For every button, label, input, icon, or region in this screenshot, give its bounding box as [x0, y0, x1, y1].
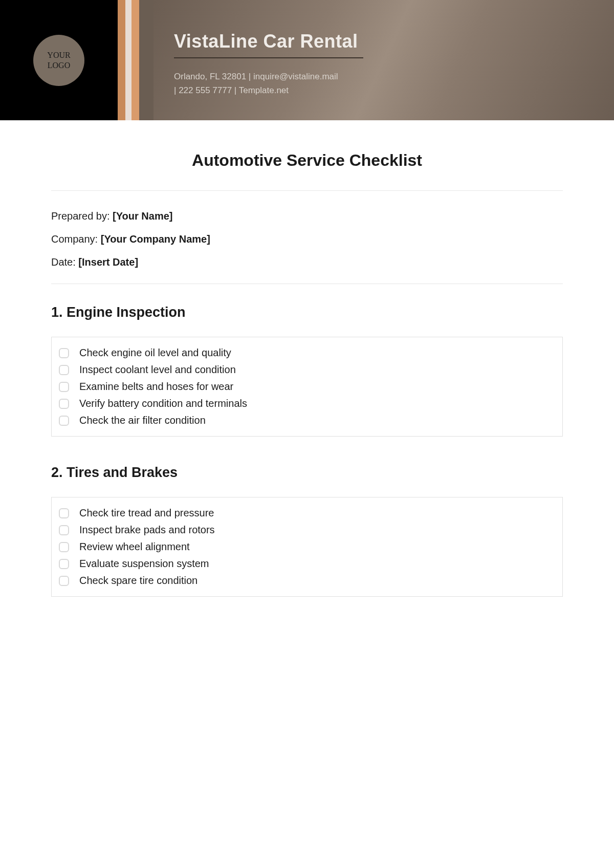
checklist-item: Examine belts and hoses for wear — [59, 378, 555, 395]
checklist-box: Check tire tread and pressure Inspect br… — [51, 497, 563, 597]
checklist-item: Inspect brake pads and rotors — [59, 522, 555, 538]
stripe — [118, 0, 125, 120]
section-title: 1. Engine Inspection — [51, 305, 563, 320]
divider — [51, 284, 563, 284]
meta-label: Prepared by: — [51, 210, 113, 222]
contact-line-2: | 222 555 7777 | Template.net — [174, 83, 594, 97]
meta-label: Company: — [51, 233, 101, 245]
checkbox[interactable] — [59, 365, 69, 375]
checkbox[interactable] — [59, 525, 69, 535]
checkbox[interactable] — [59, 399, 69, 409]
checklist-item: Evaluate suspension system — [59, 555, 555, 572]
checklist-item: Verify battery condition and terminals — [59, 395, 555, 412]
checkbox[interactable] — [59, 542, 69, 552]
section-engine-inspection: 1. Engine Inspection Check engine oil le… — [51, 305, 563, 437]
checklist-box: Check engine oil level and quality Inspe… — [51, 337, 563, 437]
meta-company: Company: [Your Company Name] — [51, 233, 563, 245]
checklist-label: Check the air filter condition — [79, 415, 206, 426]
meta-value: [Insert Date] — [78, 256, 138, 268]
meta-date: Date: [Insert Date] — [51, 256, 563, 268]
contact-line-1: Orlando, FL 32801 | inquire@vistaline.ma… — [174, 70, 594, 83]
checklist-item: Check spare tire condition — [59, 572, 555, 589]
checklist-item: Review wheel alignment — [59, 538, 555, 555]
company-name: VistaLine Car Rental — [174, 31, 594, 52]
meta-label: Date: — [51, 256, 78, 268]
checkbox[interactable] — [59, 576, 69, 586]
logo-placeholder: YOUR LOGO — [33, 35, 84, 86]
section-title: 2. Tires and Brakes — [51, 465, 563, 481]
stripe — [125, 0, 131, 120]
checklist-label: Inspect coolant level and condition — [79, 364, 236, 376]
checklist-label: Verify battery condition and terminals — [79, 398, 247, 409]
checklist-label: Check spare tire condition — [79, 575, 198, 587]
checklist-item: Inspect coolant level and condition — [59, 361, 555, 378]
checklist-label: Examine belts and hoses for wear — [79, 381, 233, 393]
header-divider — [174, 57, 363, 58]
checklist-item: Check tire tread and pressure — [59, 505, 555, 522]
checkbox[interactable] — [59, 382, 69, 392]
checkbox[interactable] — [59, 508, 69, 518]
checklist-label: Evaluate suspension system — [79, 558, 209, 570]
header-accent-stripes — [118, 0, 154, 120]
checklist-label: Check engine oil level and quality — [79, 347, 231, 359]
checklist-label: Check tire tread and pressure — [79, 507, 214, 519]
checkbox[interactable] — [59, 416, 69, 426]
divider — [51, 190, 563, 191]
stripe — [139, 0, 154, 120]
meta-value: [Your Company Name] — [101, 233, 210, 245]
logo-text-line2: LOGO — [48, 60, 70, 70]
document-header: YOUR LOGO VistaLine Car Rental Orlando, … — [0, 0, 614, 120]
meta-value: [Your Name] — [113, 210, 172, 222]
checkbox[interactable] — [59, 559, 69, 569]
meta-prepared-by: Prepared by: [Your Name] — [51, 210, 563, 222]
checklist-label: Inspect brake pads and rotors — [79, 524, 215, 536]
section-tires-brakes: 2. Tires and Brakes Check tire tread and… — [51, 465, 563, 597]
stripe — [131, 0, 139, 120]
header-black-panel: YOUR LOGO — [0, 0, 118, 120]
checkbox[interactable] — [59, 348, 69, 358]
document-title: Automotive Service Checklist — [51, 151, 563, 170]
logo-text-line1: YOUR — [47, 50, 70, 60]
checklist-label: Review wheel alignment — [79, 541, 190, 553]
checklist-item: Check the air filter condition — [59, 412, 555, 429]
document-content: Automotive Service Checklist Prepared by… — [0, 120, 614, 645]
checklist-item: Check engine oil level and quality — [59, 344, 555, 361]
header-info-panel: VistaLine Car Rental Orlando, FL 32801 |… — [154, 0, 614, 120]
